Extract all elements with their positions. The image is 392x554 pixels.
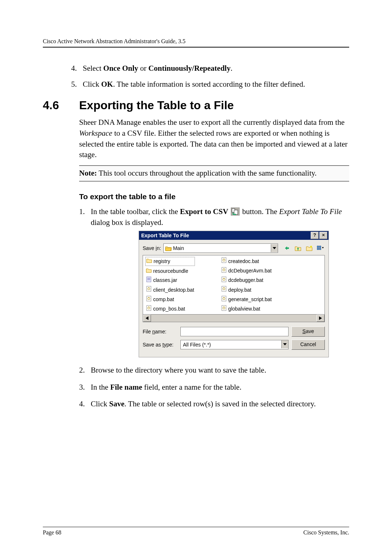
step-number: 1. — [79, 206, 85, 217]
note-label: Note: — [79, 169, 97, 177]
tb: Export to CSV — [180, 207, 228, 216]
save-in-label: Save in: — [143, 245, 161, 252]
file-item[interactable]: client_desktop.bat — [145, 286, 195, 294]
step-4: 4. Select Once Only or Continuously/Repe… — [71, 63, 349, 74]
scroll-right-icon[interactable] — [317, 315, 324, 322]
t3: dialog box is displayed. — [91, 218, 163, 227]
export-csv-icon — [231, 208, 240, 216]
dialog-bottom: File name: Save Save as type: All Files … — [139, 322, 328, 357]
svg-rect-32 — [222, 296, 226, 301]
step-number: 3. — [79, 382, 85, 393]
file-name: globalview.bat — [228, 305, 260, 312]
footer-company: Cisco Systems, Inc. — [303, 529, 349, 536]
folder-open-icon — [165, 246, 172, 251]
svg-rect-20 — [222, 258, 226, 263]
close-button[interactable]: × — [319, 232, 327, 239]
file-item[interactable]: createdoc.bat — [220, 257, 273, 265]
step-number: 5. — [71, 79, 77, 90]
bat-icon — [146, 305, 152, 313]
file-item[interactable]: globalview.bat — [220, 305, 273, 313]
svg-rect-31 — [224, 287, 224, 288]
file-item[interactable]: classes.jar — [145, 276, 195, 284]
proc-step-4: 4. Click Save. The table or selected row… — [79, 398, 349, 409]
section-number: 4.6 — [43, 99, 79, 112]
new-folder-icon[interactable] — [304, 243, 314, 253]
file-name-input[interactable] — [180, 327, 289, 336]
procedure-steps: 1. In the table toolbar, click the Expor… — [43, 206, 349, 410]
step-number: 4. — [79, 398, 85, 409]
dialog-titlebar: Export Table To File ? × — [139, 231, 328, 240]
step-bold: Once Only — [103, 64, 138, 73]
file-column-2: createdoc.bat dcDebugerAvm.bat dcdebugge… — [220, 257, 273, 313]
file-column-1: registry resourcebundle classes.jar clie… — [145, 257, 195, 313]
step-number: 4. — [71, 63, 77, 74]
chevron-down-icon[interactable] — [281, 340, 288, 348]
combo-value: All Files (*.*) — [183, 341, 211, 348]
t: In the — [91, 383, 110, 391]
horizontal-scrollbar[interactable] — [143, 315, 325, 322]
svg-rect-16 — [148, 297, 149, 298]
proc-step-2: 2. Browse to the directory where you wan… — [79, 365, 349, 376]
bat-icon — [221, 286, 227, 294]
cancel-button[interactable]: Cancel — [291, 340, 325, 350]
para-text: Sheer DNA Manage enables the user to exp… — [79, 118, 344, 127]
svg-rect-25 — [224, 268, 224, 269]
file-item[interactable]: comp_bos.bat — [145, 305, 195, 313]
proc-step-3: 3. In the File name field, enter a name … — [79, 382, 349, 393]
svg-rect-5 — [319, 246, 321, 247]
chevron-down-icon[interactable] — [271, 244, 278, 252]
file-item[interactable]: comp.bat — [145, 295, 195, 304]
bat-icon — [221, 305, 227, 313]
file-item[interactable]: generate_script.bat — [220, 295, 273, 304]
step-5: 5. Click OK. The table information is so… — [71, 79, 349, 90]
up-folder-icon[interactable] — [293, 243, 303, 253]
view-menu-icon[interactable] — [315, 243, 326, 253]
file-name: comp_bos.bat — [153, 305, 185, 312]
file-item[interactable]: deploy.bat — [220, 286, 273, 294]
step-text: Browse to the directory where you want t… — [91, 366, 266, 374]
file-item[interactable]: resourcebundle — [145, 267, 195, 275]
svg-rect-37 — [224, 307, 224, 307]
intro-paragraph: Sheer DNA Manage enables the user to exp… — [43, 117, 349, 160]
t: In the table toolbar, click the — [91, 207, 180, 216]
tb: Save — [109, 399, 124, 408]
step-number: 2. — [79, 365, 85, 376]
svg-rect-14 — [147, 296, 151, 301]
dialog-toolbar — [282, 243, 326, 253]
file-item-registry[interactable]: registry — [145, 257, 195, 266]
file-item[interactable]: dcdebugger.bat — [220, 276, 273, 284]
file-name: dcDebugerAvm.bat — [228, 267, 272, 274]
back-icon[interactable] — [282, 243, 292, 253]
svg-rect-17 — [147, 305, 151, 311]
bat-icon — [221, 267, 227, 275]
svg-rect-4 — [317, 246, 319, 247]
step-bold2: Continuously/Repeatedly — [148, 64, 230, 73]
file-name-label: File name: — [143, 328, 177, 335]
svg-rect-22 — [224, 259, 224, 259]
t: Click — [91, 399, 109, 408]
svg-rect-11 — [147, 286, 151, 291]
jar-icon — [146, 276, 152, 284]
save-in-row: Save in: Main — [139, 240, 328, 255]
scroll-left-icon[interactable] — [143, 315, 151, 322]
svg-rect-10 — [147, 279, 150, 280]
save-button[interactable]: Save — [291, 327, 325, 337]
bat-icon — [221, 257, 227, 265]
file-item[interactable]: dcDebugerAvm.bat — [220, 267, 273, 275]
procedure-heading: To export the table to a file — [79, 192, 349, 201]
export-dialog: Export Table To File ? × Save in: Main — [139, 231, 329, 357]
file-list-area[interactable]: registry resourcebundle classes.jar clie… — [143, 255, 325, 315]
folder-icon — [146, 258, 152, 265]
bat-icon — [146, 296, 152, 303]
file-name: resourcebundle — [153, 267, 188, 275]
proc-step-1: 1. In the table toolbar, click the Expor… — [79, 206, 349, 358]
step-text: Select — [83, 64, 103, 73]
file-name: deploy.bat — [228, 286, 252, 294]
help-button[interactable]: ? — [311, 232, 319, 239]
page-footer: Page 68 Cisco Systems, Inc. — [43, 527, 349, 536]
svg-rect-29 — [222, 286, 226, 291]
file-name: client_desktop.bat — [153, 286, 194, 294]
svg-rect-13 — [148, 287, 149, 288]
save-as-type-combo[interactable]: All Files (*.*) — [180, 340, 289, 349]
save-in-combo[interactable]: Main — [163, 243, 278, 253]
